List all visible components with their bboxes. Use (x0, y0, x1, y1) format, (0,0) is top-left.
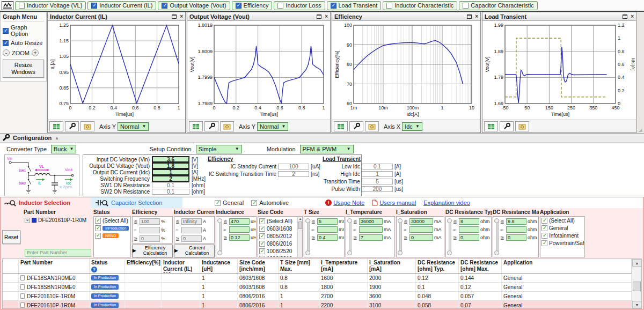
save-image-button[interactable] (515, 121, 529, 131)
range-slider[interactable] (494, 217, 499, 256)
reset-button[interactable]: Reset (2, 230, 20, 244)
tsize-min-field[interactable]: 0.4 (317, 234, 338, 241)
tab-checkbox[interactable] (236, 3, 241, 9)
save-image-button[interactable] (220, 121, 234, 131)
itemp-max-field[interactable]: 36000 (359, 218, 383, 225)
status-select-all[interactable]: (Select All) (95, 217, 129, 224)
export-data-button[interactable] (189, 121, 203, 131)
graph-tools-button[interactable] (65, 121, 79, 131)
close-icon[interactable]: × (180, 14, 183, 19)
users-manual-link[interactable]: Users manual (372, 200, 416, 206)
graph-option-checkbox[interactable] (3, 28, 9, 34)
efficiency-min-field[interactable]: 0 (140, 235, 160, 242)
tab-load-transient[interactable]: Load Transient (327, 1, 382, 10)
low-idc-field[interactable]: 0.1 (362, 164, 393, 169)
zoom-in-button[interactable]: + (32, 49, 39, 56)
collapse-icon[interactable]: ▲ (55, 136, 59, 141)
table-scrollbar[interactable]: ▲ ▼ (632, 259, 641, 308)
transition-time-field[interactable]: 5 (362, 179, 393, 184)
pulse-width-field[interactable]: 200 (362, 186, 393, 192)
size-code-scrollbar[interactable]: ▲▼ (297, 217, 302, 257)
inductance-eq-field[interactable] (229, 226, 250, 233)
maximize-icon[interactable] (317, 14, 321, 19)
tab-inductor-characteristic[interactable]: Inductor Characteristic (383, 1, 457, 10)
isat-eq-field[interactable] (409, 226, 433, 233)
close-icon[interactable]: × (631, 14, 634, 19)
axis-x-select[interactable]: Idc▼ (402, 122, 422, 131)
table-row[interactable]: DFE201610P-1R0M In Production 1 0806/201… (3, 301, 632, 308)
axis-y-select[interactable]: Normal▼ (257, 122, 288, 131)
range-slider[interactable] (447, 217, 452, 256)
automotive-filter[interactable]: Automotive (251, 200, 289, 206)
panel-resize-handle[interactable] (638, 12, 643, 133)
close-icon[interactable]: × (325, 14, 328, 19)
itemp-min-field[interactable]: 7 (359, 234, 383, 241)
tab-inductor-voltage[interactable]: Inductor Voltage (VL) (15, 1, 86, 10)
save-image-button[interactable] (365, 121, 379, 131)
setup-condition-select[interactable]: Simple▼ (196, 145, 242, 153)
tab-checkbox[interactable] (162, 3, 167, 9)
tab-inductor-current[interactable]: Inductor Current (IL) (87, 1, 156, 10)
current-min-field[interactable]: 0 (181, 235, 202, 242)
range-slider[interactable] (398, 217, 402, 256)
current-eq-field[interactable] (181, 227, 202, 233)
tab-inductor-loss[interactable]: Inductor Loss (274, 1, 325, 10)
table-row[interactable]: DFE18SBN1R0ME0 In Production 1 0603/1608… (3, 283, 632, 292)
tab-efficiency[interactable]: Efficiency (232, 1, 273, 10)
tab-checkbox[interactable] (463, 3, 469, 9)
inductance-max-field[interactable]: 470 (229, 218, 250, 225)
maximize-icon[interactable] (623, 14, 627, 19)
ic-standby-current-field[interactable]: 100 (278, 164, 309, 169)
current-calculation-button[interactable]: ▶Current Calculation (174, 245, 215, 257)
frequency-field[interactable]: 2 (152, 175, 189, 182)
graph-tools-button[interactable] (500, 121, 514, 131)
graph-tools-button[interactable] (349, 121, 363, 131)
resize-windows-button[interactable]: Resize Windows (3, 60, 44, 78)
converter-type-select[interactable]: Buck▼ (51, 145, 76, 153)
vout-field[interactable]: 1.8 (152, 163, 189, 169)
dcr-typ-min-field[interactable]: 0 (459, 234, 479, 241)
explanation-video-link[interactable]: Explanation video (423, 200, 470, 206)
maximize-icon[interactable] (467, 14, 472, 19)
remove-part-icon[interactable]: × (25, 218, 30, 223)
usage-note-link[interactable]: !Usage Note (325, 200, 364, 206)
efficiency-eq-field[interactable] (140, 227, 160, 233)
tsize-max-field[interactable]: 5 (317, 218, 338, 225)
general-filter[interactable]: General (215, 200, 244, 206)
export-data-button[interactable] (484, 121, 498, 131)
graph-tools-button[interactable] (204, 121, 218, 131)
zoom-out-button[interactable]: - (3, 49, 10, 56)
range-slider[interactable] (217, 217, 222, 256)
dcr-max-eq-field[interactable] (506, 226, 526, 233)
dcr-typ-max-field[interactable]: 8 (459, 218, 479, 225)
tab-checkbox[interactable] (277, 3, 283, 9)
high-idc-field[interactable]: 1 (362, 171, 393, 177)
status-inproduction[interactable]: InProduction (95, 225, 129, 232)
save-image-button[interactable] (80, 121, 94, 131)
isat-max-field[interactable]: 33000 (409, 218, 433, 225)
auto-resize-checkbox[interactable] (3, 40, 9, 46)
inductor-selection-tab[interactable]: Inductor Selection (1, 197, 91, 208)
scroll-thumb[interactable] (633, 282, 641, 291)
itemp-eq-field[interactable] (359, 226, 383, 233)
efficiency-calculation-button[interactable]: ▶Efficiency Calculation (132, 245, 173, 257)
scroll-up-icon[interactable]: ▲ (632, 259, 642, 267)
tab-checkbox[interactable] (19, 3, 25, 9)
sw2-resistance-field[interactable]: 0.1 (152, 189, 189, 195)
idc-field[interactable]: 1 (152, 169, 189, 175)
export-data-button[interactable] (334, 121, 348, 131)
tab-capacitor-characteristic[interactable]: Capacitor Characteristic (459, 1, 537, 10)
status-nrnd[interactable]: NRND (95, 232, 129, 239)
isat-min-field[interactable]: 0 (409, 234, 433, 241)
part-number-input[interactable]: Enter Part Number (25, 249, 91, 257)
table-row[interactable]: DFE18SAN1R0ME0 In Production 1 0603/1608… (3, 274, 632, 283)
axis-y-select[interactable]: Normal▼ (118, 122, 149, 131)
tab-checkbox[interactable] (331, 3, 336, 9)
current-max-field[interactable]: Infinity (181, 218, 202, 225)
inductance-min-field[interactable]: 0.12 (229, 234, 250, 241)
sw1-resistance-field[interactable]: 0.1 (152, 182, 189, 188)
dcr-max-min-field[interactable]: 0 (506, 234, 526, 241)
efficiency-max-field[interactable]: 100 (140, 218, 160, 225)
range-slider[interactable] (347, 217, 352, 256)
ic-switching-time-field[interactable]: 2 (278, 171, 309, 177)
